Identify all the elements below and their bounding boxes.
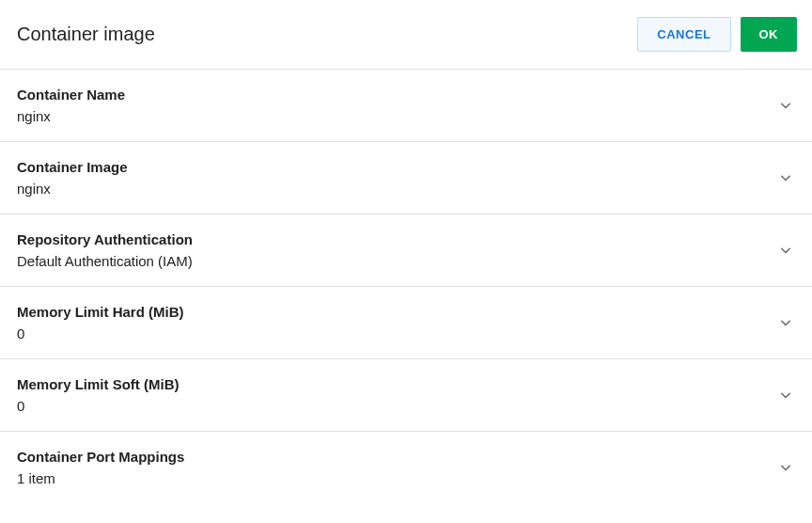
row-content: Container Port Mappings 1 item (17, 449, 184, 486)
row-value: 1 item (17, 470, 184, 486)
chevron-down-icon (776, 168, 795, 187)
row-container-port-mappings[interactable]: Container Port Mappings 1 item (0, 432, 812, 503)
row-content: Container Image nginx (17, 159, 128, 197)
dialog-header: Container image CANCEL OK (0, 0, 812, 69)
row-label: Container Image (17, 159, 128, 175)
chevron-down-icon (776, 458, 795, 477)
row-label: Memory Limit Soft (MiB) (17, 376, 180, 392)
dialog-actions: CANCEL OK (637, 17, 797, 52)
row-memory-limit-soft[interactable]: Memory Limit Soft (MiB) 0 (0, 359, 812, 432)
row-value: nginx (17, 108, 125, 124)
row-repository-authentication[interactable]: Repository Authentication Default Authen… (0, 214, 812, 287)
row-content: Container Name nginx (17, 87, 125, 124)
ok-button[interactable]: OK (741, 17, 798, 52)
row-label: Repository Authentication (17, 231, 193, 247)
row-memory-limit-hard[interactable]: Memory Limit Hard (MiB) 0 (0, 287, 812, 359)
row-label: Container Name (17, 87, 125, 103)
chevron-down-icon (776, 313, 795, 332)
row-content: Memory Limit Soft (MiB) 0 (17, 376, 180, 414)
cancel-button[interactable]: CANCEL (637, 17, 730, 52)
row-container-image[interactable]: Container Image nginx (0, 142, 812, 214)
row-value: Default Authentication (IAM) (17, 253, 193, 269)
row-content: Repository Authentication Default Authen… (17, 231, 193, 269)
row-content: Memory Limit Hard (MiB) 0 (17, 304, 184, 341)
chevron-down-icon (776, 96, 795, 115)
row-container-name[interactable]: Container Name nginx (0, 70, 812, 142)
row-value: 0 (17, 325, 184, 341)
chevron-down-icon (776, 386, 795, 404)
settings-list: Container Name nginx Container Image ngi… (0, 69, 812, 503)
row-value: nginx (17, 181, 128, 197)
row-label: Memory Limit Hard (MiB) (17, 304, 184, 320)
row-value: 0 (17, 398, 180, 414)
row-label: Container Port Mappings (17, 449, 184, 465)
dialog-title: Container image (17, 24, 155, 45)
chevron-down-icon (776, 241, 795, 260)
